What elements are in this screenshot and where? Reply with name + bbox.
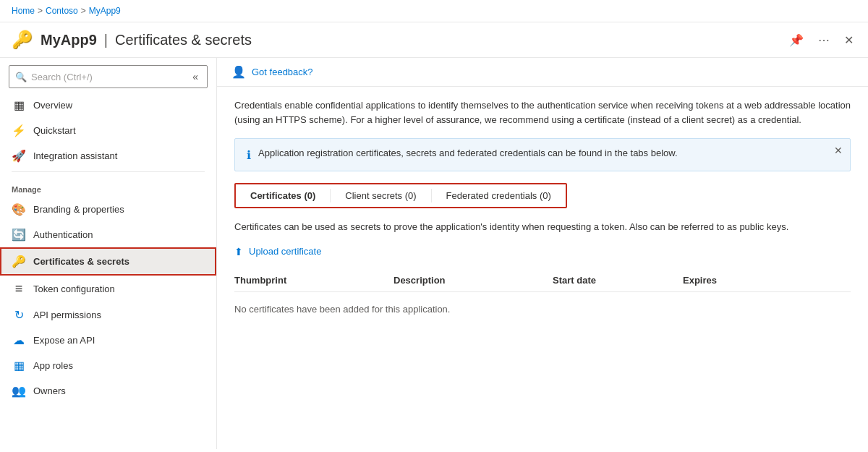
header-separator: | [104,32,108,48]
sidebar-label-token: Token configuration [33,283,115,294]
sidebar-label-quickstart: Quickstart [33,125,76,136]
main-layout: 🔍 Search (Ctrl+/) « ▦ Overview ⚡ Quickst… [0,58,868,449]
search-icon: 🔍 [15,72,27,82]
sidebar-label-app-roles: App roles [33,360,73,371]
content-area: 👤 Got feedback? Credentials enable confi… [217,58,868,449]
sidebar-item-token-config[interactable]: ≡ Token configuration [0,276,216,302]
page-header: 🔑 MyApp9 | Certificates & secrets 📌 ⋯ ✕ [0,22,868,58]
feedback-label: Got feedback? [252,67,313,77]
sidebar-label-integration: Integration assistant [33,150,117,161]
quickstart-icon: ⚡ [12,124,26,137]
owners-icon: 👥 [12,384,26,398]
sidebar-item-overview[interactable]: ▦ Overview [0,93,216,118]
sidebar-item-api-permissions[interactable]: ↻ API permissions [0,302,216,328]
branding-icon: 🎨 [12,202,26,216]
breadcrumb: Home > Contoso > MyApp9 [0,0,868,22]
sidebar: 🔍 Search (Ctrl+/) « ▦ Overview ⚡ Quickst… [0,58,217,449]
col-thumbprint: Thumbprint [234,275,393,286]
tab-client-secrets[interactable]: Client secrets (0) [331,184,430,207]
feedback-icon: 👤 [231,65,246,79]
info-banner-text: Application registration certificates, s… [258,148,678,158]
close-icon[interactable]: ✕ [841,30,856,50]
app-icon: 🔑 [12,30,33,50]
sidebar-item-app-roles[interactable]: ▦ App roles [0,353,216,378]
info-icon: ℹ [247,148,251,162]
col-expires: Expires [683,275,791,286]
sidebar-item-quickstart[interactable]: ⚡ Quickstart [0,118,216,143]
col-description: Description [393,275,553,286]
pin-icon[interactable]: 📌 [786,30,807,50]
app-roles-icon: ▦ [12,359,26,372]
tabs-container: Certificates (0) Client secrets (0) Fede… [234,183,567,208]
search-box[interactable]: 🔍 Search (Ctrl+/) « [9,65,208,88]
page-title: Certificates & secrets [115,32,252,48]
feedback-bar[interactable]: 👤 Got feedback? [217,58,868,87]
sidebar-label-api: API permissions [33,310,101,320]
sidebar-label-certificates: Certificates & secrets [33,256,129,267]
upload-icon: ⬆ [234,246,243,257]
sidebar-divider [12,171,205,172]
info-banner-close-button[interactable]: ✕ [834,145,843,156]
collapse-sidebar-button[interactable]: « [190,69,201,84]
overview-icon: ▦ [12,98,26,112]
upload-label: Upload certificate [249,246,321,257]
sidebar-label-overview: Overview [33,100,72,111]
sidebar-item-certificates[interactable]: 🔑 Certificates & secrets [0,247,216,276]
token-config-icon: ≡ [12,281,26,297]
content-body: Credentials enable confidential applicat… [217,87,868,332]
manage-section-label: Manage [0,175,216,197]
sidebar-item-expose-api[interactable]: ☁ Expose an API [0,328,216,353]
sidebar-label-owners: Owners [33,385,66,396]
tab-federated-credentials[interactable]: Federated credentials (0) [432,184,566,207]
header-actions: 📌 ⋯ ✕ [786,30,856,50]
breadcrumb-sep1: > [38,6,43,16]
col-start-date: Start date [553,275,683,286]
sidebar-label-branding: Branding & properties [33,204,124,215]
sidebar-item-integration-assistant[interactable]: 🚀 Integration assistant [0,143,216,169]
sidebar-item-authentication[interactable]: 🔄 Authentication [0,222,216,247]
header-left: 🔑 MyApp9 | Certificates & secrets [12,30,252,50]
more-options-icon[interactable]: ⋯ [815,30,833,50]
sidebar-item-owners[interactable]: 👥 Owners [0,378,216,404]
info-banner: ℹ Application registration certificates,… [234,138,851,171]
tab-certificates[interactable]: Certificates (0) [236,184,330,207]
sidebar-label-expose: Expose an API [33,335,95,346]
authentication-icon: 🔄 [12,228,26,242]
app-name: MyApp9 [41,32,97,48]
breadcrumb-home[interactable]: Home [12,6,35,16]
search-placeholder: Search (Ctrl+/) [31,72,190,82]
breadcrumb-sep2: > [81,6,86,16]
api-icon: ↻ [12,308,26,322]
cert-section-description: Certificates can be used as secrets to p… [234,220,851,234]
sidebar-item-branding[interactable]: 🎨 Branding & properties [0,197,216,222]
table-header: Thumbprint Description Start date Expire… [234,269,851,292]
empty-message: No certificates have been added for this… [234,298,851,320]
expose-api-icon: ☁ [12,333,26,347]
description-text: Credentials enable confidential applicat… [234,98,851,127]
sidebar-label-authentication: Authentication [33,229,93,240]
certificates-icon: 🔑 [12,255,26,268]
breadcrumb-app[interactable]: MyApp9 [89,6,121,16]
integration-icon: 🚀 [12,149,26,163]
breadcrumb-contoso[interactable]: Contoso [46,6,78,16]
upload-certificate-link[interactable]: ⬆ Upload certificate [234,246,851,257]
